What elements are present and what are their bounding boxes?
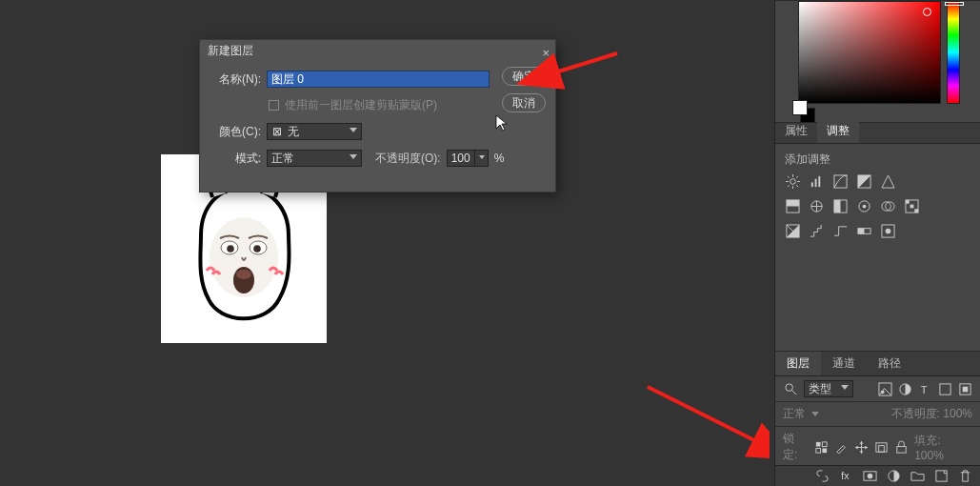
svg-point-10 [790, 178, 795, 184]
filter-type-icon[interactable]: T [918, 382, 932, 396]
channel-mixer-icon[interactable] [880, 198, 895, 213]
svg-rect-22 [833, 174, 846, 187]
saturation-field[interactable] [798, 1, 941, 104]
svg-text:fx: fx [841, 470, 850, 481]
invert-icon[interactable] [785, 223, 800, 238]
opacity-value[interactable]: 100 [447, 150, 475, 167]
right-panels: 属性 调整 添加调整 [774, 0, 980, 486]
svg-rect-56 [816, 448, 821, 453]
chevron-down-icon[interactable] [475, 150, 489, 167]
filter-adjust-icon[interactable] [898, 382, 912, 396]
svg-rect-52 [963, 386, 969, 392]
dialog-title: 新建图层 [208, 44, 253, 57]
layer-mask-icon[interactable] [863, 469, 877, 483]
hue-sat-icon[interactable] [785, 198, 800, 213]
svg-rect-20 [814, 178, 816, 186]
clipping-mask-checkbox[interactable] [269, 100, 279, 111]
svg-rect-72 [936, 471, 947, 481]
dialog-titlebar[interactable]: 新建图层 × [200, 40, 555, 61]
svg-line-17 [796, 175, 798, 177]
brightness-icon[interactable] [785, 173, 800, 189]
chevron-down-icon[interactable] [811, 412, 819, 416]
svg-rect-54 [823, 448, 828, 453]
mode-value: 正常 [271, 152, 294, 165]
tab-layers[interactable]: 图层 [775, 352, 821, 375]
vibrance-icon[interactable] [880, 173, 895, 189]
name-label: 名称(N): [208, 71, 261, 88]
lock-transparency-icon[interactable] [814, 440, 829, 455]
svg-rect-38 [914, 209, 918, 213]
svg-rect-19 [810, 182, 812, 187]
blend-mode-value[interactable]: 正常 [783, 406, 806, 422]
svg-point-44 [785, 383, 792, 391]
lock-position-icon[interactable] [854, 440, 869, 455]
lock-pixels-icon[interactable] [834, 440, 849, 455]
svg-rect-57 [876, 442, 887, 451]
blend-mode-combo[interactable]: 正常 [267, 150, 362, 167]
color-label: 颜色(C): [208, 124, 261, 140]
levels-icon[interactable] [809, 173, 824, 189]
fill-value[interactable]: 100% [914, 449, 944, 462]
bw-icon[interactable] [832, 198, 848, 213]
search-icon[interactable] [783, 381, 798, 396]
none-color-icon: ⊠ [271, 124, 283, 139]
photo-filter-icon[interactable] [856, 198, 871, 213]
lock-artboard-icon[interactable] [874, 440, 889, 455]
svg-point-5 [253, 245, 261, 253]
filter-shape-icon[interactable] [938, 382, 952, 396]
svg-rect-37 [910, 204, 913, 208]
ok-button[interactable]: 确定 [502, 67, 546, 86]
lock-all-icon[interactable] [894, 440, 909, 455]
svg-point-70 [868, 474, 873, 479]
new-layer-icon[interactable] [934, 469, 949, 483]
hue-slider[interactable] [947, 1, 960, 104]
fill-label: 填充: [914, 434, 940, 447]
tab-channels[interactable]: 通道 [821, 352, 867, 375]
color-lookup-icon[interactable] [904, 198, 919, 213]
filter-smart-icon[interactable] [958, 382, 972, 396]
svg-rect-36 [905, 199, 909, 203]
color-sample-icon [923, 8, 931, 16]
svg-rect-30 [833, 199, 840, 212]
gradient-map-icon[interactable] [856, 223, 871, 238]
svg-rect-50 [940, 383, 950, 394]
adjustments-panel: 属性 调整 添加调整 [775, 122, 980, 259]
opacity-label: 不透明度(O): [375, 151, 441, 167]
opacity-stepper[interactable]: 100 [447, 150, 489, 167]
selective-color-icon[interactable] [880, 223, 895, 238]
delete-layer-icon[interactable] [958, 469, 972, 483]
foreground-swatch[interactable] [792, 100, 808, 115]
svg-rect-53 [816, 441, 821, 446]
svg-line-18 [787, 185, 789, 187]
curves-icon[interactable] [832, 173, 848, 189]
svg-rect-59 [897, 446, 906, 453]
layers-panel: 图层 通道 路径 类型 T 正常 不透明度: 100% [775, 351, 980, 486]
layer-name-input[interactable] [267, 71, 490, 88]
svg-rect-21 [818, 175, 820, 186]
svg-line-16 [796, 185, 798, 187]
exposure-icon[interactable] [856, 173, 871, 189]
canvas-area: 新建图层 × 确定 取消 名称(N): 使用前一图层创建剪贴蒙版(P) 颜色(C… [0, 0, 770, 486]
opacity-value[interactable]: 100% [943, 407, 972, 420]
hue-handle-icon[interactable] [945, 2, 964, 6]
posterize-icon[interactable] [809, 223, 824, 238]
filter-pixel-icon[interactable] [878, 382, 892, 396]
color-balance-icon[interactable] [809, 198, 824, 213]
clipping-mask-label: 使用前一图层创建剪贴蒙版(P) [285, 97, 437, 113]
cancel-button[interactable]: 取消 [502, 93, 546, 112]
svg-line-45 [791, 390, 796, 395]
svg-rect-25 [786, 199, 798, 206]
chevron-down-icon [350, 154, 357, 159]
new-group-icon[interactable] [910, 469, 925, 483]
new-adjustment-icon[interactable] [887, 469, 901, 483]
link-layers-icon[interactable] [815, 469, 830, 483]
layer-style-icon[interactable]: fx [839, 469, 853, 483]
filter-kind-combo[interactable]: 类型 [804, 380, 853, 397]
threshold-icon[interactable] [832, 223, 848, 238]
lock-label: 锁定: [783, 431, 809, 463]
filter-kind-value: 类型 [809, 382, 831, 395]
tab-adjustments[interactable]: 调整 [817, 119, 859, 143]
svg-text:T: T [921, 384, 928, 395]
color-combo[interactable]: ⊠ 无 [267, 123, 362, 140]
tab-paths[interactable]: 路径 [867, 352, 912, 375]
